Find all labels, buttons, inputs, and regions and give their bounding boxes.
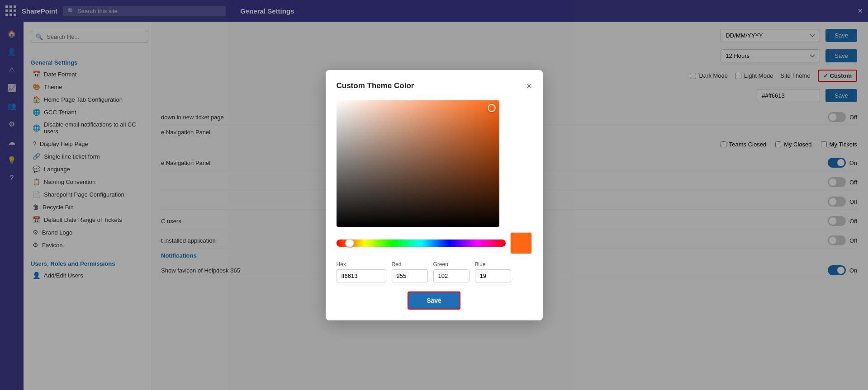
modal-title: Custom Theme Color bbox=[337, 81, 414, 90]
custom-theme-color-modal: Custom Theme Color × Hex Red Green bbox=[326, 70, 543, 320]
green-input-group: Green bbox=[433, 261, 470, 282]
red-label: Red bbox=[392, 261, 428, 268]
modal-save-button[interactable]: Save bbox=[408, 291, 460, 310]
modal-overlay: Custom Theme Color × Hex Red Green bbox=[0, 0, 868, 390]
color-picker-gradient[interactable] bbox=[337, 100, 499, 227]
hex-value-input[interactable] bbox=[337, 269, 386, 282]
green-value-input[interactable] bbox=[433, 269, 470, 282]
blue-input-group: Blue bbox=[475, 261, 511, 282]
hue-slider[interactable] bbox=[337, 240, 506, 247]
hex-input-group: Hex bbox=[337, 261, 386, 282]
color-preview bbox=[510, 232, 532, 254]
blue-label: Blue bbox=[475, 261, 511, 268]
hue-slider-container bbox=[337, 232, 532, 254]
green-label: Green bbox=[433, 261, 470, 268]
color-inputs-row: Hex Red Green Blue bbox=[337, 261, 532, 282]
modal-close-button[interactable]: × bbox=[526, 81, 532, 91]
blue-value-input[interactable] bbox=[475, 269, 511, 282]
hex-label: Hex bbox=[337, 261, 386, 268]
modal-header: Custom Theme Color × bbox=[337, 81, 532, 91]
red-value-input[interactable] bbox=[392, 269, 428, 282]
red-input-group: Red bbox=[392, 261, 428, 282]
color-picker-handle[interactable] bbox=[488, 104, 496, 112]
